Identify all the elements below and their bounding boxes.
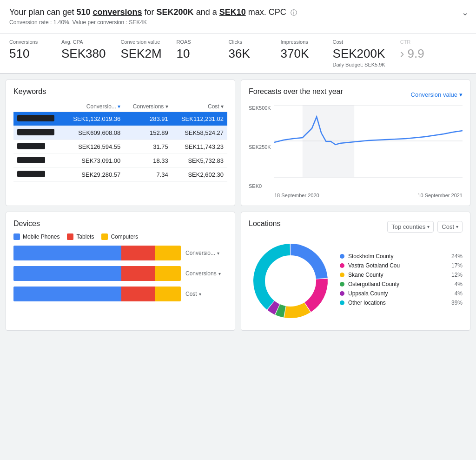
keyword-cell [13, 126, 63, 140]
legend-mobile: Mobile Phones [13, 233, 60, 240]
metric-cost-label: Cost [333, 39, 385, 45]
keywords-table: Conversio... ▾ Conversions ▾ Cost ▾ SEK1… [13, 101, 227, 182]
kw-col-cost[interactable]: Cost ▾ [172, 101, 227, 112]
main-grid: Keywords Conversio... ▾ Conversions ▾ Co… [0, 74, 476, 336]
sort-arrow2-icon: ▾ [165, 103, 168, 110]
kw-cost-cell: SEK11,743.23 [172, 140, 227, 154]
legend-mobile-label: Mobile Phones [23, 233, 60, 240]
devices-card: Devices Mobile Phones Tablets Computers … [6, 212, 235, 331]
metric-roas-label: ROAS [177, 39, 214, 45]
bar-row-2: Cost ▾ [13, 287, 227, 301]
location-legend-item: Stockholm County 24% [340, 253, 463, 260]
locations-content: Stockholm County 24% Vastra Gotaland Cou… [249, 239, 463, 323]
loc-pct: 17% [451, 262, 463, 269]
conversions-count: 510 [76, 7, 90, 17]
mobile-swatch [13, 233, 20, 240]
metric-impressions: Impressions 370K [281, 39, 318, 61]
keyword-cell [13, 140, 63, 154]
kw-conv_value-cell: SEK73,091.00 [63, 154, 124, 168]
bar-wrap-2 [13, 287, 181, 301]
metric-clicks: Clicks 36K [229, 39, 266, 61]
location-legend-item: Skane County 12% [340, 272, 463, 278]
chart-svg-area [274, 105, 463, 189]
bar-group-1: Conversions ▾ [13, 266, 227, 281]
chevron-down-icon: ▾ [217, 251, 219, 256]
bar-group-2: Cost ▾ [13, 287, 227, 301]
legend-tablet: Tablets [67, 233, 94, 240]
kw-conversions-cell: 18.33 [124, 154, 172, 168]
loc-dot [340, 300, 344, 305]
keywords-title: Keywords [13, 87, 227, 96]
metric-clicks-label: Clicks [229, 39, 266, 45]
bar-label-1[interactable]: Conversions ▾ [185, 270, 227, 277]
kw-col-conv-value[interactable]: Conversio... ▾ [63, 101, 124, 112]
location-legend-item: Ostergotland County 4% [340, 281, 463, 287]
chart-y-labels: SEK500K SEK250K SEK0 [249, 105, 271, 189]
kw-conv_value-cell: SEK1,132,019.36 [63, 112, 124, 126]
loc-pct: 24% [451, 253, 463, 260]
bar-group-0: Conversio... ▾ [13, 246, 227, 260]
blurred-keyword [17, 129, 54, 135]
mobile-bar [13, 287, 121, 301]
metric-conv-value-value: SEK2M [120, 47, 161, 61]
loc-name: Skane County [348, 272, 448, 278]
loc-dot [340, 263, 344, 268]
donut-chart [249, 239, 332, 323]
metric-roas-value: 10 [177, 47, 214, 61]
table-row[interactable]: SEK609,608.08152.89SEK58,524.27 [13, 126, 227, 140]
loc-name: Other locations [348, 300, 448, 306]
table-row[interactable]: SEK73,091.0018.33SEK5,732.83 [13, 154, 227, 168]
computer-bar [155, 266, 181, 281]
metric-avg-cpa-label: Avg. CPA [61, 39, 106, 45]
loc-name: Uppsala County [348, 290, 451, 297]
chevron-down-icon2: ▾ [456, 224, 458, 229]
kw-cost-cell: SEK2,602.30 [172, 168, 227, 182]
cost-dropdown[interactable]: Cost ▾ [437, 221, 463, 233]
metric-clicks-value: 36K [229, 47, 266, 61]
metrics-bar: Conversions 510 Avg. CPA SEK380 Conversi… [0, 33, 476, 74]
loc-pct: 4% [455, 281, 463, 287]
table-row[interactable]: SEK29,280.577.34SEK2,602.30 [13, 168, 227, 182]
y-label-mid: SEK250K [249, 144, 271, 150]
locations-dropdowns: Top counties ▾ Cost ▾ [387, 221, 463, 233]
table-row[interactable]: SEK126,594.5531.75SEK11,743.23 [13, 140, 227, 154]
bar-wrap-1 [13, 266, 181, 281]
bar-label-2[interactable]: Cost ▾ [185, 291, 227, 297]
bar-label-0[interactable]: Conversio... ▾ [185, 250, 227, 256]
metric-avg-cpa: Avg. CPA SEK380 [61, 39, 106, 61]
bar-row-0: Conversio... ▾ [13, 246, 227, 260]
kw-col-conversions[interactable]: Conversions ▾ [124, 101, 172, 112]
banner-collapse-button[interactable]: ⌄ [462, 7, 469, 18]
metric-impressions-value: 370K [281, 47, 318, 61]
tablet-swatch [67, 233, 73, 240]
svg-point-4 [265, 255, 316, 307]
location-legend-item: Vastra Gotaland Cou 17% [340, 262, 463, 269]
location-legend-item: Other locations 39% [340, 300, 463, 306]
metric-roas: ROAS 10 [177, 39, 214, 61]
kw-cost-cell: SEK112,231.02 [172, 112, 227, 126]
metric-conversions-label: Conversions [9, 39, 46, 45]
kw-conversions-cell: 152.89 [124, 126, 172, 140]
info-icon[interactable]: ⓘ [291, 9, 297, 16]
metric-ctr: CTR › 9.9 [400, 39, 428, 61]
chevron-down-icon: ▾ [199, 292, 201, 297]
blurred-keyword [17, 143, 45, 149]
loc-dot [340, 291, 344, 296]
kw-conversions-cell: 31.75 [124, 140, 172, 154]
metric-ctr-label: CTR [400, 39, 428, 45]
blurred-keyword [17, 171, 45, 177]
keyword-cell [13, 112, 63, 126]
blurred-keyword [17, 115, 54, 121]
forecast-dropdown[interactable]: Conversion value ▾ [411, 91, 463, 98]
tablet-bar [121, 266, 155, 281]
kw-col-keyword [13, 101, 63, 112]
kw-conv_value-cell: SEK29,280.57 [63, 168, 124, 182]
location-legend-item: Uppsala County 4% [340, 290, 463, 297]
table-row[interactable]: SEK1,132,019.36283.91SEK112,231.02 [13, 112, 227, 126]
top-counties-dropdown[interactable]: Top counties ▾ [387, 221, 434, 233]
loc-dot [340, 282, 344, 287]
devices-legend: Mobile Phones Tablets Computers [13, 233, 227, 240]
forecast-card: Forecasts over the next year Conversion … [241, 80, 470, 206]
conversions-link[interactable]: conversions [93, 7, 142, 17]
x-label-start: 18 September 2020 [274, 193, 319, 198]
